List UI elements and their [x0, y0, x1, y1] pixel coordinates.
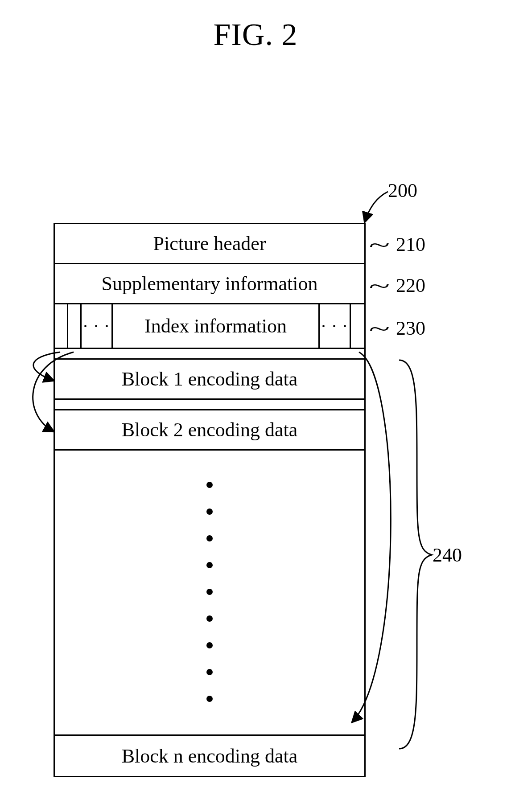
vdot-icon — [206, 482, 213, 488]
index-left-ellipsis: · · · — [82, 304, 113, 348]
gap-before-block1 — [55, 349, 364, 360]
ref-210: 210 — [396, 233, 425, 256]
vdot-icon — [206, 669, 213, 675]
vdot-icon — [206, 615, 213, 622]
vdot-icon — [206, 509, 213, 515]
vdot-icon — [206, 535, 213, 541]
figure-title: FIG. 2 — [0, 17, 511, 53]
ref-220: 220 — [396, 274, 425, 297]
tilde-icon: ~ — [369, 274, 390, 298]
row-omitted-blocks — [55, 451, 364, 736]
index-slot-1 — [55, 304, 68, 348]
vdot-icon — [206, 642, 213, 648]
tilde-icon: ~ — [369, 316, 390, 341]
ref-200: 200 — [388, 179, 417, 202]
row-block-n: Block n encoding data — [55, 736, 364, 776]
tilde-icon: ~ — [369, 233, 390, 257]
row-picture-header: Picture header — [55, 224, 364, 264]
bitstream-structure: Picture header Supplementary information… — [54, 223, 366, 777]
index-slot-n — [351, 304, 364, 348]
gap-before-block2 — [55, 400, 364, 410]
row-index-info: · · · Index information · · · — [55, 304, 364, 349]
row-supplementary-info: Supplementary information — [55, 264, 364, 304]
index-right-ellipsis: · · · — [320, 304, 351, 348]
vdot-icon — [206, 589, 213, 595]
row-block-2: Block 2 encoding data — [55, 410, 364, 451]
brace-240-icon — [399, 360, 432, 749]
row-block-1: Block 1 encoding data — [55, 360, 364, 400]
leader-200 — [365, 192, 388, 222]
index-label: Index information — [113, 304, 320, 348]
ref-240: 240 — [433, 544, 462, 566]
index-slot-2 — [68, 304, 82, 348]
vdot-icon — [206, 696, 213, 702]
ref-230: 230 — [396, 317, 425, 340]
vdot-icon — [206, 562, 213, 568]
